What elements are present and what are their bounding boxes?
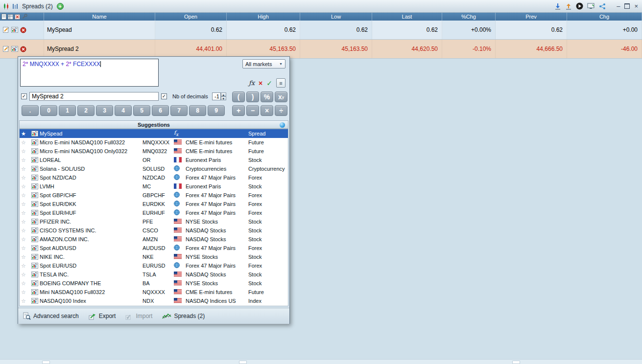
cancel-formula-icon[interactable]: × [259, 80, 262, 87]
spread-name-input[interactable] [29, 92, 159, 101]
instrument-list-button[interactable]: ≡ [276, 78, 285, 88]
key-op[interactable]: ) [246, 91, 259, 102]
suggestion-row[interactable]: ☆Micro E-mini NASDAQ100 Only0322MNQ0322C… [20, 147, 288, 156]
column-header-high[interactable]: High [227, 13, 300, 21]
suggestion-row[interactable]: ☆Mini NASDAQ100 Full0322NQXXXXCME E-mini… [20, 288, 288, 296]
key-9[interactable]: 9 [208, 105, 225, 116]
column-header-open[interactable]: Open [155, 13, 227, 21]
column-header-chg[interactable]: Chg [567, 13, 642, 21]
suggestion-row[interactable]: ☆LVMHMCEuronext ParisStock [20, 182, 288, 191]
favorite-star-icon[interactable]: ☆ [21, 140, 30, 145]
favorite-star-icon[interactable]: ☆ [21, 228, 30, 233]
share-nodes-icon[interactable] [599, 3, 606, 10]
column-header-name[interactable]: Name [44, 13, 155, 21]
favorite-star-icon[interactable]: ☆ [21, 254, 30, 260]
upload-icon[interactable] [565, 3, 572, 10]
close-panel-icon[interactable] [15, 14, 20, 20]
chart-row-icon[interactable] [11, 26, 18, 34]
key-0[interactable]: 0 [40, 105, 57, 116]
document-icon[interactable] [1, 14, 6, 20]
favorite-star-icon[interactable]: ☆ [21, 246, 30, 251]
suggestion-row[interactable]: ☆NIKE INC.NKENYSE StocksStock [20, 252, 288, 261]
favorite-star-icon[interactable]: ☆ [21, 237, 30, 242]
formula-input[interactable]: 2* MNQXXXX + 2* FCEXXXX [20, 59, 159, 87]
columns-icon[interactable] [12, 3, 18, 10]
favorite-star-icon[interactable]: ☆ [21, 272, 30, 277]
decimals-checkbox[interactable]: ✓ [161, 93, 167, 99]
delete-row-icon[interactable] [20, 26, 27, 34]
key-op[interactable]: ( [232, 91, 245, 102]
minimize-button[interactable]: – [617, 3, 620, 9]
decimals-value[interactable]: -1 [212, 92, 221, 100]
key-5[interactable]: 5 [133, 105, 150, 116]
key-op[interactable]: % [261, 91, 273, 102]
delete-row-icon[interactable] [20, 46, 27, 53]
download-icon[interactable] [554, 3, 561, 10]
spreads-button[interactable]: Spreads (2) [162, 313, 205, 320]
suggestion-row[interactable]: ☆Micro E-mini NASDAQ100 Full0322MNQXXXXC… [20, 138, 288, 147]
add-spread-button[interactable]: + [57, 3, 64, 10]
suggestion-row[interactable]: ☆Spot EUR/DKKEURDKKForex 47 Major PairsF… [20, 200, 288, 208]
favorite-star-icon[interactable]: ☆ [21, 281, 30, 286]
suggestion-row[interactable]: ★MySpeadfxSpread [20, 129, 288, 138]
favorite-star-icon[interactable]: ★ [21, 131, 30, 136]
edit-row-icon[interactable] [2, 26, 9, 34]
favorite-star-icon[interactable]: ☆ [21, 202, 30, 207]
favorite-star-icon[interactable]: ☆ [21, 210, 30, 216]
key-7[interactable]: 7 [170, 105, 188, 116]
suggestion-row[interactable]: ☆Spot GBP/CHFGBPCHFForex 47 Major PairsF… [20, 191, 288, 200]
maximize-button[interactable] [624, 3, 630, 9]
key-3[interactable]: 3 [96, 105, 113, 116]
key-.[interactable]: . [22, 105, 39, 116]
spread-row[interactable]: MySpead0.620.620.620.62+0.00%0.62+0.00 [0, 21, 642, 40]
key-op[interactable]: − [246, 105, 259, 116]
chart-row-icon[interactable] [11, 46, 18, 53]
key-op[interactable]: xy [275, 91, 287, 102]
key-2[interactable]: 2 [77, 105, 95, 116]
favorite-star-icon[interactable]: ☆ [21, 290, 30, 295]
favorite-star-icon[interactable]: ☆ [21, 184, 30, 189]
column-header-chg[interactable]: %Chg [442, 13, 496, 21]
suggestion-row[interactable]: ☆Solana - SOL/USDSOLUSDCryptocurrenciesC… [20, 164, 288, 173]
name-checkbox[interactable]: ✓ [21, 93, 27, 99]
close-button[interactable]: × [634, 3, 638, 9]
suggestion-row[interactable]: ☆TESLA INC.TSLANASDAQ StocksStock [20, 270, 288, 279]
screen-share-icon[interactable] [587, 3, 595, 10]
key-1[interactable]: 1 [59, 105, 76, 116]
suggestion-row[interactable]: ☆CISCO SYSTEMS INC.CSCONASDAQ StocksStoc… [20, 226, 288, 235]
favorite-star-icon[interactable]: ☆ [21, 298, 30, 304]
suggestion-row[interactable]: ☆BOEING COMPANY THEBANYSE StocksStock [20, 279, 288, 288]
favorite-star-icon[interactable]: ☆ [21, 149, 30, 154]
grid-icon[interactable] [8, 14, 13, 20]
key-op[interactable]: + [232, 105, 245, 116]
key-8[interactable]: 8 [189, 105, 206, 116]
favorite-star-icon[interactable]: ☆ [21, 166, 30, 172]
suggestion-row[interactable]: ☆PFIZER INC.PFENYSE StocksStock [20, 217, 288, 226]
suggestion-row[interactable]: ☆Spot EUR/USDEURUSDForex 47 Major PairsF… [20, 261, 288, 270]
key-op[interactable]: ÷ [275, 105, 287, 116]
favorite-star-icon[interactable]: ☆ [21, 193, 30, 198]
spin-down-icon[interactable]: ▼ [221, 96, 226, 100]
edit-row-icon[interactable] [2, 46, 9, 53]
suggestion-row[interactable]: ☆LOREALOREuronext ParisStock [20, 156, 288, 164]
wrench-icon[interactable] [22, 14, 27, 20]
play-icon[interactable] [576, 2, 583, 10]
suggestion-row[interactable]: ☆AMAZON.COM INC.AMZNNASDAQ StocksStock [20, 235, 288, 244]
column-header-last[interactable]: Last [372, 13, 442, 21]
favorite-star-icon[interactable]: ☆ [21, 158, 30, 163]
export-button[interactable]: Export [89, 313, 116, 320]
key-4[interactable]: 4 [115, 105, 132, 116]
spin-up-icon[interactable]: ▲ [221, 92, 226, 96]
favorite-star-icon[interactable]: ☆ [21, 219, 30, 225]
key-6[interactable]: 6 [152, 105, 169, 116]
suggestion-row[interactable]: ☆Spot AUD/USDAUDUSDForex 47 Major PairsF… [20, 244, 288, 252]
suggestion-row[interactable]: ☆Spot NZD/CADNZDCADForex 47 Major PairsF… [20, 173, 288, 182]
insert-function-icon[interactable]: ƒx [249, 79, 255, 87]
market-filter-dropdown[interactable]: All markets ▼ [242, 59, 285, 68]
column-header-low[interactable]: Low [300, 13, 372, 21]
advanced-search-button[interactable]: Advanced search [23, 312, 79, 320]
favorite-star-icon[interactable]: ☆ [21, 263, 30, 269]
validate-formula-icon[interactable]: ✓ [266, 80, 272, 87]
key-op[interactable]: × [261, 105, 273, 116]
column-header-prev[interactable]: Prev [496, 13, 567, 21]
